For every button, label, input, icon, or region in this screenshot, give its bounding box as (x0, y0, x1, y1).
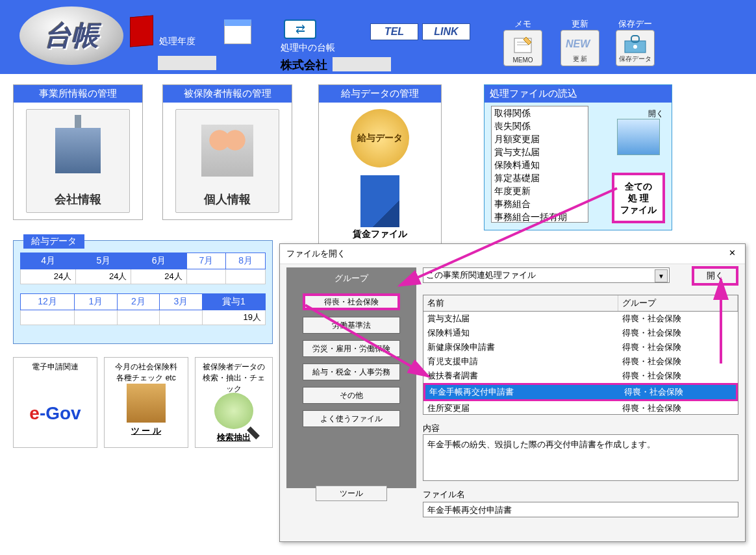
office-panel-title: 事業所情報の管理 (14, 85, 142, 103)
open-label: 開く (648, 108, 664, 119)
sal-h[interactable]: 7月 (186, 253, 226, 269)
file-list-row[interactable]: 育児支援申請得喪・社会保険 (423, 354, 738, 369)
process-list-item[interactable]: 賞与支払届 (492, 145, 588, 158)
company-name-prefix: 株式会社 (281, 57, 327, 73)
combo-value: この事業所関連処理ファイル (426, 269, 536, 281)
file-list[interactable]: 名前 グループ 賞与支払届得喪・社会保険保険料通知得喪・社会保険新健康保険申請書… (423, 295, 738, 415)
dialog-close-button[interactable]: ✕ (725, 248, 738, 260)
dialog-open-button[interactable]: 開く (692, 266, 738, 286)
insured-panel: 被保険者情報の管理 個人情報 (162, 84, 292, 220)
process-list-item[interactable]: 事務組合一括有期 (492, 210, 588, 223)
file-list-row[interactable]: 被扶養者調書得喪・社会保険 (423, 369, 738, 383)
process-list-item[interactable]: 算定基礎届 (492, 171, 588, 184)
sal-h[interactable]: 8月 (226, 253, 266, 269)
link-button[interactable]: LINK (422, 23, 470, 40)
file-group-cell: 得喪・社会保険 (618, 369, 738, 383)
file-list-row[interactable]: 賞与支払届得喪・社会保険 (423, 312, 738, 326)
update-button[interactable]: NEW 更 新 (561, 30, 599, 66)
col-name-header[interactable]: 名前 (423, 295, 618, 311)
col-group-header[interactable]: グループ (618, 295, 738, 311)
file-group-cell: 得喪・社会保険 (618, 340, 738, 354)
group-btn-other[interactable]: その他 (303, 387, 400, 404)
file-group-cell: 得喪・社会保険 (618, 312, 738, 326)
scope-combobox[interactable]: この事業所関連処理ファイル (423, 267, 670, 283)
filename-value: 年金手帳再交付申請書 (423, 502, 738, 517)
sal-h[interactable]: 1月 (75, 294, 117, 310)
sal-h[interactable]: 5月 (76, 253, 131, 269)
content-text: 年金手帳の紛失、毀損した際の再交付申請書を作成します。 (423, 434, 738, 481)
sal-v: 24人 (131, 269, 186, 284)
process-list-item[interactable]: 保険料通知 (492, 158, 588, 171)
sal-h[interactable]: 賞与1 (202, 294, 265, 310)
file-group-cell: 得喪・社会保険 (620, 385, 736, 399)
sal-v (21, 310, 75, 325)
book-icon (130, 15, 153, 47)
file-list-row[interactable]: 住所変更届得喪・社会保険 (423, 401, 738, 415)
all-files-line3: ファイル (620, 204, 657, 216)
egov-box[interactable]: 電子申請関連 e-Gov (13, 357, 97, 448)
file-name-cell: 年金手帳再交付申請書 (425, 385, 620, 399)
salary-data-panel: 給与データ 4月 5月 6月 7月 8月 24人 24人 24人 12月 1月 (13, 240, 273, 344)
process-list-item[interactable]: 喪失関係 (492, 119, 588, 132)
tel-button[interactable]: TEL (370, 23, 418, 40)
group-btn-payroll-tax[interactable]: 給与・税金・人事労務 (303, 364, 400, 380)
insured-panel-title: 被保険者情報の管理 (163, 85, 292, 103)
file-name-cell: 住所変更届 (423, 401, 618, 415)
company-info-label: 会社情報 (55, 191, 101, 207)
file-name-cell: 保険料通知 (423, 326, 618, 340)
payroll-panel-title: 給与データの管理 (319, 85, 441, 103)
save-caption: 保存データ (619, 55, 651, 64)
process-list-item[interactable]: 事務組合 (492, 197, 588, 210)
open-folder-button[interactable] (617, 119, 660, 155)
sal-h[interactable]: 6月 (131, 253, 186, 269)
company-name-value (333, 57, 391, 71)
tool-icon (127, 384, 166, 423)
search-label: 被保険者データの 検索・抽出・チェック (199, 362, 268, 393)
salary-table-2: 12月 1月 2月 3月 賞与1 19人 (20, 293, 266, 325)
current-ledger-label: 処理中の台帳 (281, 42, 335, 54)
safe-icon (622, 34, 648, 55)
file-group-cell: 得喪・社会保険 (618, 354, 738, 369)
process-list-item[interactable]: 月額変更届 (492, 132, 588, 145)
process-list-item[interactable]: 年度更新 (492, 184, 588, 197)
app-header: 台帳 処理年度 ⇄ 処理中の台帳 株式会社 TEL LINK メモ MEMO 更… (0, 0, 756, 74)
group-btn-social-insurance[interactable]: 得喪・社会保険 (303, 293, 400, 310)
all-process-files-button[interactable]: 全ての 処 理 ファイル (612, 173, 665, 223)
group-heading: グループ (334, 273, 368, 284)
ledger-switch-icon[interactable]: ⇄ (284, 19, 316, 39)
new-icon: NEW (566, 34, 594, 54)
sal-h[interactable]: 12月 (21, 294, 75, 310)
update-label: 更新 (561, 18, 599, 30)
svg-text:NEW: NEW (566, 38, 591, 49)
search-box[interactable]: 被保険者データの 検索・抽出・チェック 検索抽出 (195, 357, 273, 448)
file-list-row[interactable]: 新健康保険申請書得喪・社会保険 (423, 340, 738, 354)
process-list-item[interactable]: 取得関係 (492, 106, 588, 119)
sal-v: 24人 (76, 269, 131, 284)
egov-label: 電子申請関連 (32, 362, 79, 384)
magnifier-icon (214, 393, 253, 429)
calendar-icon[interactable] (224, 19, 251, 44)
memo-caption: MEMO (512, 56, 533, 64)
file-list-row[interactable]: 保険料通知得喪・社会保険 (423, 326, 738, 340)
file-list-row[interactable]: 年金手帳再交付申請書得喪・社会保険 (423, 383, 738, 401)
salary-data-button[interactable]: 給与データ (351, 109, 409, 167)
sal-h[interactable]: 2月 (117, 294, 159, 310)
memo-button[interactable]: MEMO (503, 30, 542, 66)
tool-caption: ツ ー ル (131, 425, 161, 437)
group-btn-labor-insurance[interactable]: 労災・雇用・労働保険 (303, 340, 400, 357)
save-button[interactable]: 保存データ (616, 30, 655, 66)
building-icon (55, 128, 101, 173)
sal-h[interactable]: 3月 (160, 294, 202, 310)
tool-box[interactable]: 今月の社会保険料 各種チェック etc ツ ー ル (104, 357, 188, 448)
filename-label: ファイル名 (423, 489, 738, 500)
office-panel: 事業所情報の管理 会社情報 (13, 84, 143, 220)
group-btn-frequent[interactable]: よく使うファイル (303, 410, 400, 427)
personal-info-button[interactable]: 個人情報 (175, 109, 279, 213)
group-btn-labor-standards[interactable]: 労働基準法 (303, 317, 400, 334)
wage-file-icon[interactable] (360, 175, 399, 227)
process-file-list[interactable]: 取得関係喪失関係月額変更届賞与支払届保険料通知算定基礎届年度更新事務組合事務組合… (491, 106, 588, 223)
dialog-tool-button[interactable]: ツール (316, 486, 387, 501)
company-info-button[interactable]: 会社情報 (26, 109, 130, 213)
update-caption: 更 新 (573, 55, 588, 64)
sal-h[interactable]: 4月 (21, 253, 76, 269)
